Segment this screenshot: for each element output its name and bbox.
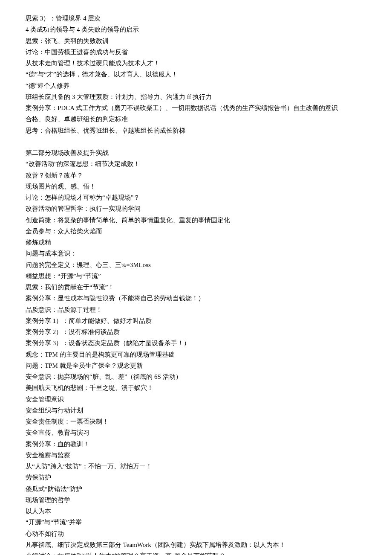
text-line: 第二部分现场改善及提升实战 — [26, 147, 366, 158]
text-line: 观念：TPM 的主要目的是构筑更可靠的现场管理基础 — [26, 349, 366, 360]
text-line: 思索：张飞、关羽的失败教训 — [26, 35, 366, 46]
text-line: 美国航天飞机的悲剧：千里之堤、溃于蚁穴！ — [26, 382, 366, 393]
text-line: 安全意识：抛弃现场的“脏、乱、差”（彻底的 6S 活动） — [26, 371, 366, 382]
text-line: 安全组织与行动计划 — [26, 405, 366, 416]
text-line: 改善活动的管理哲学：执行一实现的学问 — [26, 203, 366, 214]
text-line: 傻瓜式“防错法”防护 — [26, 483, 366, 494]
text-line: 心动不如行动 — [26, 528, 366, 539]
text-line: 现场图片的观、感、悟！ — [26, 181, 366, 192]
text-line: “德”即个人修养 — [26, 80, 366, 91]
text-line: 从技术走向管理！技术过硬只能成为技术人才！ — [26, 58, 366, 69]
text-line: 以人为本 — [26, 506, 366, 517]
text-line: 问题与成本意识： — [26, 248, 366, 259]
text-line: 思索 3）：管理境界 4 层次 — [26, 13, 366, 24]
text-line: 安全管理意识 — [26, 394, 366, 405]
text-line: “改善活动”的深邃思想：细节决定成败！ — [26, 158, 366, 169]
text-line: 创造简捷：将复杂的事情简单化、简单的事情重复化、重复的事情固定化 — [26, 215, 366, 226]
text-line — [26, 136, 366, 147]
text-line: 全员参与：众人拾柴火焰而 — [26, 226, 366, 237]
text-line: 精益思想：“开源”与“节流” — [26, 270, 366, 282]
text-line: 思考：合格班组长、优秀班组长、卓越班组长的成长阶梯 — [26, 125, 366, 136]
text-line: 思索：我们的贡献在于“节流”！ — [26, 282, 366, 293]
text-line: 安全责任制度：一票否决制！ — [26, 416, 366, 427]
text-line: 案例分享 2）：没有标准何谈品质 — [26, 326, 366, 337]
text-line: 安全检察与监察 — [26, 450, 366, 461]
text-line: 案例分享：血的教训！ — [26, 439, 366, 450]
text-line: 4 类成功的领导与 4 类失败的领导的启示 — [26, 24, 366, 35]
text-line: 案例分享：PDCA 式工作方式（磨刀不误砍柴工）、一切用数据说话（优秀的生产实绩… — [26, 102, 366, 113]
text-line: 讨论：中国劳模王进喜的成功与反省 — [26, 46, 366, 58]
text-line: 案例分享：显性成本与隐性浪费（不能将自己的劳动当钱烧！） — [26, 293, 366, 304]
text-line: 现场管理的哲学 — [26, 494, 366, 506]
text-line: 合格、良好、卓越班组长的判定标准 — [26, 113, 366, 125]
text-line: 改善？创新？改革？ — [26, 170, 366, 181]
text-line: 问题：TPM 就是全员生产保全？观念更新 — [26, 360, 366, 371]
document-body: 思索 3）：管理境界 4 层次4 类成功的领导与 4 类失败的领导的启示思索：张… — [26, 13, 366, 555]
text-line: 劳保防护 — [26, 472, 366, 483]
text-line: 小组讨论：如何体现“以人为本”的管理？高工资、高•奖金是万能药吗？ — [26, 550, 366, 555]
text-line: 案例分享 3）：设备状态决定品质（缺陷才是设备杀手！） — [26, 337, 366, 349]
text-line: 从“人防”跨入“技防”：不怕一万、就怕万一！ — [26, 461, 366, 472]
text-line: 班组长应具备的 3 大管理素质：计划力、指导力、沟通力 ff 执行力 — [26, 91, 366, 102]
text-line: 讨论：怎样的现场才可称为“卓越现场”？ — [26, 192, 366, 203]
text-line: 修炼成精 — [26, 237, 366, 248]
text-line: 案例分享 1）：简单才能做好、做好才叫品质 — [26, 315, 366, 326]
text-line: 凡事彻底、细节决定成败第三部分 TeamWork（团队创建）实战下属培养及激励：… — [26, 539, 366, 550]
text-line: 品质意识：品质源于过程！ — [26, 304, 366, 315]
text-line: 安全宣传、教育与演习 — [26, 427, 366, 438]
text-line: 问题的完全定义：辗理、心三、三¾=3MLoss — [26, 259, 366, 270]
text-line: “德”与“才”的选择，德才兼备、以才育人、以德服人！ — [26, 69, 366, 80]
text-line: “开源”与“节流”并举 — [26, 517, 366, 528]
